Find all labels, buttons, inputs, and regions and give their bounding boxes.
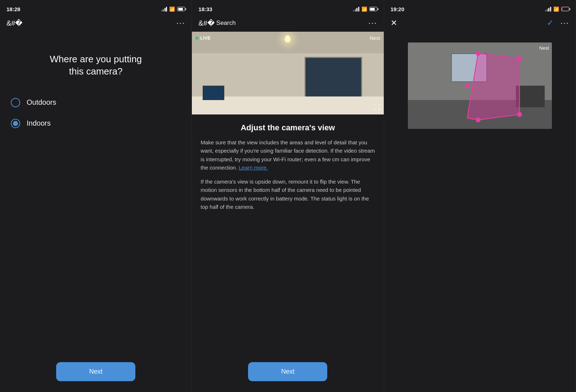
status-icons-p3: 📶 [545, 6, 569, 12]
nav-bar-p2: &#� Search ··· [192, 16, 383, 32]
label-indoors: Indoors [27, 119, 51, 127]
handle-tr[interactable] [517, 56, 522, 61]
live-label: LIVE [200, 35, 211, 41]
label-outdoors: Outdoors [27, 98, 56, 107]
more-button-p1[interactable]: ··· [176, 18, 185, 28]
status-time-p2: 18:33 [198, 6, 212, 12]
radio-outdoors[interactable] [11, 98, 20, 107]
status-time-p3: 19:20 [391, 6, 404, 12]
more-button-p3[interactable]: ··· [561, 18, 569, 28]
nav-bar-p1: &#� ··· [0, 16, 192, 32]
panel-camera-placement: 18:28 📶 &#� ··· Where are you putting th… [0, 0, 192, 392]
nav-bar-p3: ✕ ✓ ··· [384, 16, 576, 32]
adjust-content: Adjust the camera's view Make sure that … [192, 114, 383, 392]
more-button-p2[interactable]: ··· [368, 18, 377, 28]
panel-adjust-view: 18:33 📶 &#� Search ··· [192, 0, 384, 392]
chevron-left-icon-p1: &#� [6, 19, 23, 27]
live-dot [195, 37, 198, 40]
svg-marker-0 [467, 53, 519, 120]
adjust-body-2: If the camera's view is upside down, rem… [201, 177, 375, 211]
status-bar-panel1: 18:28 📶 [0, 0, 192, 16]
signal-icon-p3 [545, 7, 551, 12]
status-bar-panel3: 19:20 📶 [384, 0, 576, 16]
back-label-p2: Search [216, 19, 236, 27]
signal-icon-p2 [353, 7, 359, 12]
live-badge: LIVE [195, 35, 211, 41]
learn-more-link[interactable]: Learn more. [239, 165, 268, 171]
panel-zone-setup: 19:20 📶 ✕ ✓ ··· Nest [384, 0, 576, 392]
room-light-bulb [285, 35, 291, 42]
fullscreen-icon[interactable]: ⛶ [374, 103, 380, 111]
status-bar-panel2: 18:33 📶 [192, 0, 383, 16]
wifi-icon-p1: 📶 [169, 6, 175, 12]
radio-indoors[interactable] [11, 119, 20, 128]
camera-live-view: LIVE Nest ⛶ [192, 32, 383, 114]
next-btn-container-p2: Next [192, 362, 383, 381]
check-button-p3[interactable]: ✓ [547, 18, 553, 28]
room-window [305, 57, 362, 100]
question-title: Where are you putting this camera? [11, 53, 181, 78]
close-button-p3[interactable]: ✕ [391, 18, 397, 28]
status-icons-p2: 📶 [353, 6, 377, 12]
room-ceiling [192, 32, 383, 53]
wifi-icon-p2: 📶 [361, 6, 367, 12]
camera-bg [192, 32, 383, 114]
zone-brand-label: Nest [539, 45, 549, 51]
option-outdoors[interactable]: Outdoors [11, 92, 181, 113]
next-btn-container-p1: Next [0, 362, 192, 381]
zone-preview: Nest [408, 42, 552, 129]
back-button-p1[interactable]: &#� [6, 19, 23, 27]
zone-polygon-svg[interactable] [408, 42, 552, 129]
status-time-p1: 18:28 [6, 6, 20, 12]
zone-content: Nest [384, 32, 576, 392]
status-icons-p1: 📶 [161, 6, 185, 12]
nav-right-p3: ✓ ··· [547, 18, 569, 28]
handle-tl[interactable] [476, 51, 481, 56]
radio-inner-indoors [13, 121, 18, 126]
wifi-icon-p3: 📶 [553, 6, 559, 12]
battery-icon-p1 [177, 7, 185, 11]
chevron-left-icon-p2: &#� [198, 19, 215, 27]
handle-ml[interactable] [465, 83, 470, 88]
handle-br[interactable] [517, 112, 522, 117]
adjust-body-1: Make sure that the view includes the are… [201, 138, 375, 172]
adjust-title: Adjust the camera's view [201, 123, 375, 132]
signal-icon-p1 [161, 7, 167, 12]
handle-bl[interactable] [476, 117, 481, 122]
battery-icon-p3 [561, 7, 569, 11]
battery-icon-p2 [369, 7, 377, 11]
next-button-p1[interactable]: Next [56, 362, 135, 381]
camera-brand-p2: Nest [370, 35, 380, 41]
room-monitor [203, 86, 224, 100]
placement-content: Where are you putting this camera? Outdo… [0, 32, 192, 392]
back-button-p2[interactable]: &#� Search [198, 19, 235, 27]
option-indoors[interactable]: Indoors [11, 113, 181, 134]
next-button-p2[interactable]: Next [248, 362, 327, 381]
